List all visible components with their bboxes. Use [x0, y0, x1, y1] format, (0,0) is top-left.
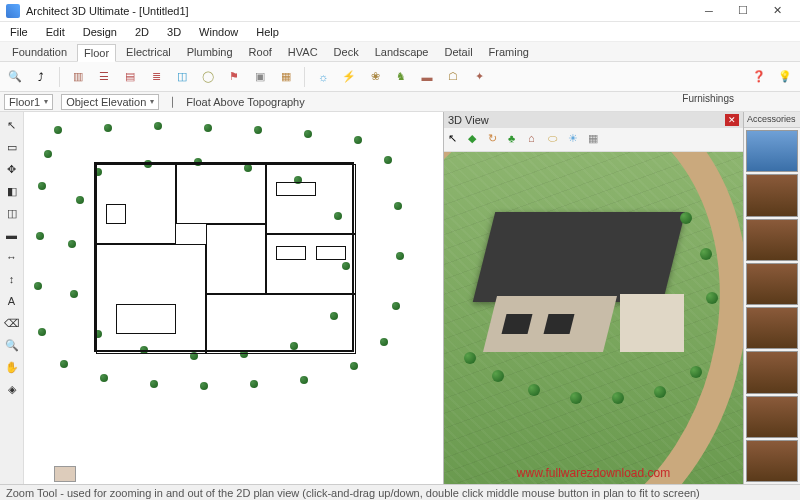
p3d-pointer-icon[interactable]: ↖: [448, 132, 464, 148]
accessories-header[interactable]: Accessories: [744, 112, 800, 128]
move-tool-icon[interactable]: ✥: [3, 160, 21, 178]
curtain-icon[interactable]: ▤: [119, 66, 141, 88]
tab-detail[interactable]: Detail: [438, 44, 478, 60]
tab-deck[interactable]: Deck: [328, 44, 365, 60]
view-3d-toolbar: ↖ ◆ ↻ ♣ ⌂ ⬭ ☀ ▦: [444, 128, 743, 152]
bed-icon[interactable]: ☖: [442, 66, 464, 88]
statusbar: Zoom Tool - used for zooming in and out …: [0, 484, 800, 500]
status-text: Zoom Tool - used for zooming in and out …: [6, 487, 700, 499]
mode-selector[interactable]: Object Elevation: [61, 94, 159, 110]
zoom-in-icon[interactable]: 🔍: [4, 66, 26, 88]
p3d-light-icon[interactable]: ☀: [568, 132, 584, 148]
text-tool-icon[interactable]: A: [3, 292, 21, 310]
menubar: File Edit Design 2D 3D Window Help: [0, 22, 800, 42]
light-icon[interactable]: ✦: [468, 66, 490, 88]
table-icon[interactable]: ▬: [416, 66, 438, 88]
left-toolbar: ↖ ▭ ✥ ◧ ◫ ▬ ↔ ↕ A ⌫ 🔍 ✋ ◈: [0, 112, 24, 484]
plan-2d-view[interactable]: [24, 112, 444, 484]
chair-icon[interactable]: ♞: [390, 66, 412, 88]
fence-icon[interactable]: ▥: [67, 66, 89, 88]
measure-tool-icon[interactable]: ↔: [3, 248, 21, 266]
tips-icon[interactable]: 💡: [774, 66, 796, 88]
close-button[interactable]: ✕: [760, 1, 794, 21]
accessory-thumb[interactable]: [746, 174, 798, 216]
help-icon[interactable]: ❓: [748, 66, 770, 88]
accessory-thumb[interactable]: [746, 396, 798, 438]
door-tool-icon[interactable]: ◧: [3, 182, 21, 200]
furnishings-label[interactable]: Furnishings: [678, 92, 738, 105]
lamp-icon[interactable]: ☼: [312, 66, 334, 88]
bay-window-3d: [620, 294, 684, 352]
cube-icon[interactable]: ▣: [249, 66, 271, 88]
p3d-tree-icon[interactable]: ♣: [508, 132, 524, 148]
tab-roof[interactable]: Roof: [243, 44, 278, 60]
accessories-thumbs[interactable]: [744, 128, 800, 484]
tab-floor[interactable]: Floor: [77, 44, 116, 62]
menu-edit[interactable]: Edit: [42, 24, 69, 40]
view-3d-pane: 3D View ✕ ↖ ◆ ↻ ♣ ⌂ ⬭ ☀ ▦: [444, 112, 744, 484]
tab-foundation[interactable]: Foundation: [6, 44, 73, 60]
workarea: ↖ ▭ ✥ ◧ ◫ ▬ ↔ ↕ A ⌫ 🔍 ✋ ◈: [0, 112, 800, 484]
accessory-thumb[interactable]: [746, 440, 798, 482]
stairs-icon[interactable]: ≣: [145, 66, 167, 88]
select-tool-icon[interactable]: ▭: [3, 138, 21, 156]
accessory-thumb[interactable]: [746, 307, 798, 349]
sep-icon: ｜: [167, 94, 178, 109]
menu-window[interactable]: Window: [195, 24, 242, 40]
dimension-tool-icon[interactable]: ↕: [3, 270, 21, 288]
erase-tool-icon[interactable]: ⌫: [3, 314, 21, 332]
view-3d-title: 3D View: [448, 114, 489, 126]
wall-3d: [483, 296, 617, 352]
pointer-icon[interactable]: ⤴: [30, 66, 52, 88]
tab-electrical[interactable]: Electrical: [120, 44, 177, 60]
tab-framing[interactable]: Framing: [483, 44, 535, 60]
wall-tool-icon[interactable]: ▬: [3, 226, 21, 244]
menu-help[interactable]: Help: [252, 24, 283, 40]
maximize-button[interactable]: ☐: [726, 1, 760, 21]
p3d-view-icon[interactable]: ◆: [468, 132, 484, 148]
p3d-orbit-icon[interactable]: ↻: [488, 132, 504, 148]
accessory-thumb[interactable]: [746, 130, 798, 172]
menu-file[interactable]: File: [6, 24, 32, 40]
accessory-thumb[interactable]: [746, 351, 798, 393]
topo-label: Float Above Topography: [186, 96, 304, 108]
ribbon-tabs: Foundation Floor Electrical Plumbing Roo…: [0, 42, 800, 62]
menu-design[interactable]: Design: [79, 24, 121, 40]
pointer-tool-icon[interactable]: ↖: [3, 116, 21, 134]
menu-2d[interactable]: 2D: [131, 24, 153, 40]
app-icon: [6, 4, 20, 18]
bookshelf-icon[interactable]: ☰: [93, 66, 115, 88]
accessories-panel: Accessories: [744, 112, 800, 484]
box-icon[interactable]: ▦: [275, 66, 297, 88]
roof-3d: [473, 212, 685, 302]
p3d-render-icon[interactable]: ▦: [588, 132, 604, 148]
tab-landscape[interactable]: Landscape: [369, 44, 435, 60]
scene-3d[interactable]: www.fullwarezdownload.com: [444, 152, 743, 484]
floor-selector[interactable]: Floor1: [4, 94, 53, 110]
accessory-thumb[interactable]: [746, 219, 798, 261]
main-toolbar: 🔍 ⤴ ▥ ☰ ▤ ≣ ◫ ◯ ⚑ ▣ ▦ ☼ ⚡ ❀ ♞ ▬ ☖ ✦ ❓ 💡: [0, 62, 800, 92]
watermark-text: www.fullwarezdownload.com: [517, 466, 670, 480]
p3d-house-icon[interactable]: ⌂: [528, 132, 544, 148]
plate-icon[interactable]: ◯: [197, 66, 219, 88]
accessory-thumb[interactable]: [746, 263, 798, 305]
team-icon[interactable]: ⚑: [223, 66, 245, 88]
p3d-path-icon[interactable]: ⬭: [548, 132, 564, 148]
view-3d-close-icon[interactable]: ✕: [725, 114, 739, 126]
callout-tool-icon[interactable]: ◈: [3, 380, 21, 398]
window-title: Architect 3D Ultimate - [Untitled1]: [26, 5, 692, 17]
tab-plumbing[interactable]: Plumbing: [181, 44, 239, 60]
minimize-button[interactable]: ─: [692, 1, 726, 21]
view-3d-header[interactable]: 3D View ✕: [444, 112, 743, 128]
tab-hvac[interactable]: HVAC: [282, 44, 324, 60]
floor-plan[interactable]: [94, 162, 354, 352]
window-tool-icon[interactable]: ◫: [3, 204, 21, 222]
material-thumbnail[interactable]: [54, 466, 76, 482]
window-icon[interactable]: ◫: [171, 66, 193, 88]
plant-icon[interactable]: ❀: [364, 66, 386, 88]
pan-tool-icon[interactable]: ✋: [3, 358, 21, 376]
menu-3d[interactable]: 3D: [163, 24, 185, 40]
bolt-icon[interactable]: ⚡: [338, 66, 360, 88]
titlebar: Architect 3D Ultimate - [Untitled1] ─ ☐ …: [0, 0, 800, 22]
zoom-tool-icon[interactable]: 🔍: [3, 336, 21, 354]
